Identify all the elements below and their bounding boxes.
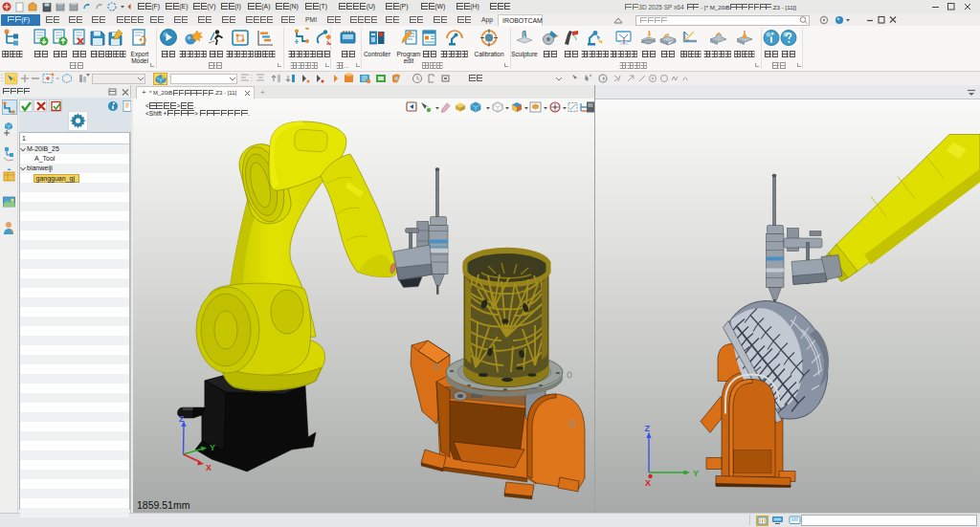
svg-text:Y: Y [210,443,215,452]
svg-text:X: X [645,477,651,487]
svg-text:X: X [206,463,212,472]
svg-text:Z: Z [645,423,651,432]
svg-text:Y: Y [693,468,699,477]
svg-text:1859.51mm: 1859.51mm [137,499,190,511]
svg-text:Z: Z [179,414,185,424]
